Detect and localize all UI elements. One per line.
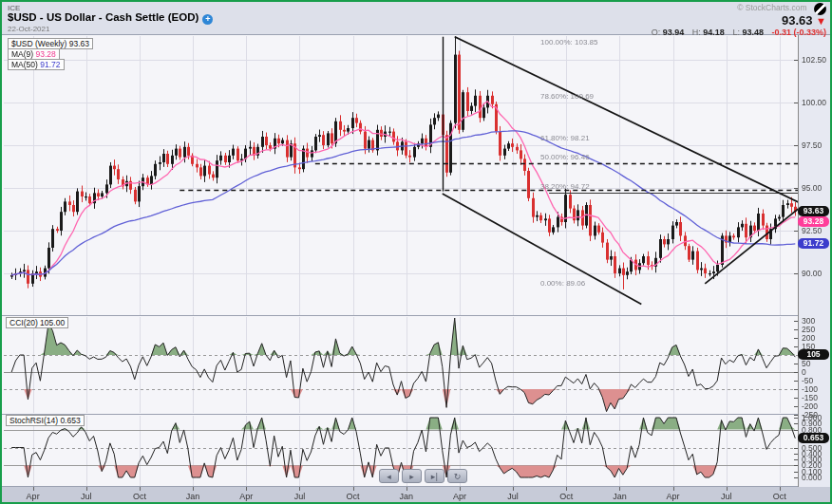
high-value: 94.18 — [703, 28, 725, 37]
stockcharts-window: ICE $USD - US Dollar - Cash Settle (EOD)… — [0, 0, 832, 504]
legend-cci: CCI(20) 105.00 — [6, 317, 68, 328]
jump-latest-button[interactable]: ▸| — [425, 469, 444, 483]
pan-left-button[interactable]: ◂ — [379, 469, 399, 483]
legend-stochrsi: StochRSI(14) 0.653 — [6, 415, 85, 426]
low-value: 93.48 — [742, 28, 764, 37]
cci-value-box: 105 — [798, 349, 829, 360]
legend-ma50: MA(50) 91.72 — [8, 59, 65, 70]
last-price-box: 93.63 — [798, 206, 829, 216]
open-label: O: — [652, 28, 661, 37]
change-value: -0.31 (-0.33%) — [771, 28, 826, 37]
chart-header: ICE $USD - US Dollar - Cash Settle (EOD)… — [2, 2, 830, 35]
chart-nav-toolbar: ◂ ▸ ▸| ↻ — [379, 469, 467, 483]
high-label: H: — [692, 28, 701, 37]
price-down-icon: ▼ — [816, 15, 826, 27]
last-price: 93.63 — [782, 13, 813, 28]
stochrsi-value-box: 0.653 — [798, 433, 829, 443]
chart-date: 22-Oct-2021 — [8, 25, 49, 33]
annotation-add-icon[interactable]: + — [202, 14, 213, 25]
ma50-value-box: 91.72 — [798, 238, 829, 249]
open-value: 93.94 — [663, 28, 685, 37]
copyright-label: © StockCharts.com — [737, 3, 806, 12]
ma9-value-box: 93.28 — [798, 216, 829, 227]
legend-ma9-value: 93.28 — [36, 49, 56, 59]
chart-title-row: $USD - US Dollar - Cash Settle (EOD)+ — [8, 11, 213, 25]
reset-view-button[interactable]: ↻ — [447, 469, 467, 483]
ohlc-row: O: 93.94 H: 94.18 L: 93.48 -0.31 (-0.33%… — [652, 28, 826, 38]
header-quote-block: © StockCharts.com 93.63 ▼ O: 93.94 H: 94… — [652, 3, 826, 38]
chart-canvas[interactable] — [2, 2, 832, 504]
pan-right-button[interactable]: ▸ — [402, 469, 422, 483]
low-label: L: — [732, 28, 740, 37]
chart-title: $USD - US Dollar - Cash Settle (EOD) — [8, 11, 199, 23]
legend-ma50-value: 91.72 — [40, 60, 60, 69]
